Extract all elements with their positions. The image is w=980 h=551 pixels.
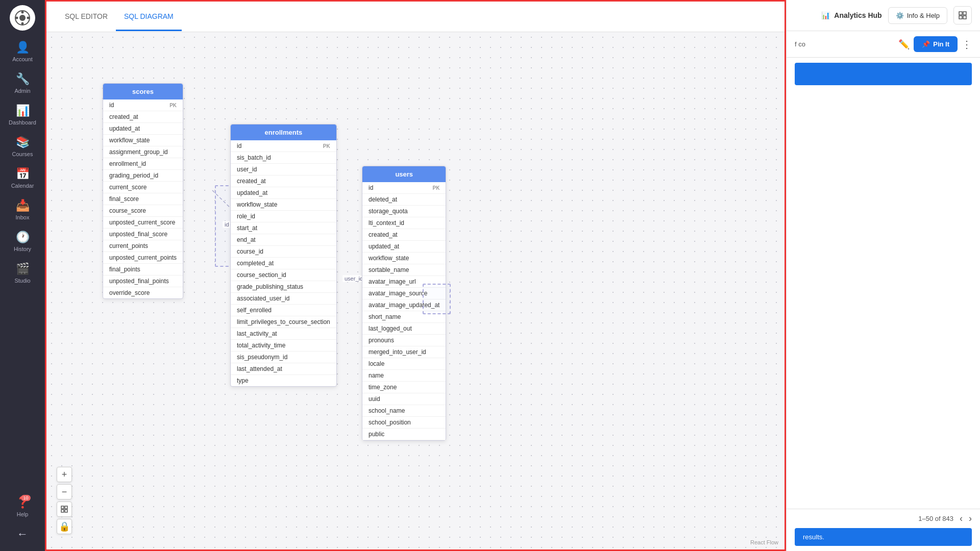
- courses-icon: 📚: [16, 136, 30, 149]
- zoom-out-button[interactable]: −: [57, 484, 72, 499]
- users-row-id: idPK: [362, 182, 446, 194]
- app-logo[interactable]: [10, 5, 35, 31]
- table-scores[interactable]: scores idPK created_at updated_at workfl…: [103, 83, 183, 299]
- sidebar-item-history[interactable]: 🕐 History: [0, 226, 45, 257]
- admin-icon: 🔧: [16, 72, 30, 86]
- info-help-button[interactable]: ⚙️ Info & Help: [888, 7, 947, 24]
- scores-row-id: idPK: [103, 99, 183, 111]
- svg-rect-11: [65, 510, 67, 512]
- more-options-button[interactable]: ⋮: [962, 38, 972, 51]
- zoom-lock-button[interactable]: 🔒: [57, 519, 72, 534]
- scores-row-course_score: course_score: [103, 205, 183, 217]
- enrollments-row-associated_user_id: associated_user_id: [231, 293, 336, 305]
- sidebar-item-account[interactable]: 👤 Account: [0, 36, 45, 67]
- blue-highlight-bar: [795, 63, 972, 85]
- enrollments-row-limit_privileges: limit_privileges_to_course_section: [231, 316, 336, 328]
- gear-icon: ⚙️: [896, 12, 904, 19]
- svg-rect-12: [959, 12, 962, 15]
- scores-row-assignment_group_id: assignment_group_id: [103, 146, 183, 158]
- enrollments-row-course_id: course_id: [231, 246, 336, 258]
- pin-icon: 📌: [922, 40, 930, 48]
- svg-rect-14: [959, 16, 962, 19]
- scores-row-unposted_final_score: unposted_final_score: [103, 229, 183, 240]
- svg-rect-15: [963, 16, 966, 19]
- users-row-sortable_name: sortable_name: [362, 264, 446, 276]
- sidebar-item-courses[interactable]: 📚 Courses: [0, 131, 45, 162]
- grid-icon-button[interactable]: [953, 6, 972, 24]
- calendar-icon: 📅: [16, 167, 30, 181]
- users-row-workflow_state: workflow_state: [362, 253, 446, 264]
- sidebar-collapse-btn[interactable]: ←: [0, 522, 45, 546]
- enrollments-row-total_activity_time: total_activity_time: [231, 340, 336, 352]
- sidebar-label-admin: Admin: [14, 88, 30, 94]
- sidebar-item-help[interactable]: ❓ 10 Help: [0, 491, 45, 522]
- diagram-canvas[interactable]: scores idPK created_at updated_at workfl…: [46, 32, 785, 549]
- sidebar-label-dashboard: Dashboard: [9, 119, 36, 126]
- enrollments-row-type: type: [231, 375, 336, 386]
- pencil-icon[interactable]: ✏️: [898, 39, 910, 50]
- help-badge-count: 10: [21, 495, 30, 501]
- scores-row-current_points: current_points: [103, 240, 183, 252]
- sidebar-label-courses: Courses: [12, 151, 33, 157]
- sidebar-label-help: Help: [17, 511, 29, 517]
- svg-rect-10: [61, 510, 64, 512]
- svg-point-1: [19, 15, 26, 21]
- table-enrollments[interactable]: enrollments idPK sis_batch_id user_id cr…: [230, 124, 337, 387]
- users-row-updated_at: updated_at: [362, 241, 446, 253]
- users-row-school_name: school_name: [362, 405, 446, 417]
- zoom-fit-button[interactable]: [57, 502, 72, 517]
- scores-row-override_score: override_score: [103, 287, 183, 298]
- scores-row-enrollment_id: enrollment_id: [103, 158, 183, 170]
- sidebar-item-dashboard[interactable]: 📊 Dashboard: [0, 99, 45, 131]
- enrollments-row-role_id: role_id: [231, 211, 336, 222]
- enrollments-row-last_attended_at: last_attended_at: [231, 363, 336, 375]
- zoom-in-button[interactable]: +: [57, 467, 72, 482]
- users-row-public: public: [362, 429, 446, 440]
- svg-point-4: [16, 17, 18, 19]
- analytics-hub-icon: 📊: [821, 11, 830, 19]
- analytics-hub-button[interactable]: 📊 Analytics Hub: [821, 11, 881, 19]
- users-row-uuid: uuid: [362, 393, 446, 405]
- sidebar-item-calendar[interactable]: 📅 Calendar: [0, 162, 45, 194]
- collapse-icon: ←: [17, 528, 28, 541]
- table-users[interactable]: users idPK deleted_at storage_quota lti_…: [362, 166, 446, 441]
- users-row-avatar_image_url: avatar_image_url: [362, 276, 446, 288]
- users-row-last_logged_out: last_logged_out: [362, 323, 446, 335]
- users-row-avatar_image_source: avatar_image_source: [362, 288, 446, 299]
- users-row-created_at: created_at: [362, 229, 446, 241]
- sidebar-item-studio[interactable]: 🎬 Studio: [0, 257, 45, 289]
- pagination-next-button[interactable]: ›: [969, 513, 972, 524]
- enrollments-row-grade_publishing_status: grade_publishing_status: [231, 281, 336, 293]
- pagination-text: 1–50 of 843: [918, 515, 953, 522]
- sidebar-item-admin[interactable]: 🔧 Admin: [0, 67, 45, 99]
- enrollments-header: enrollments: [231, 124, 336, 140]
- tab-sql-editor[interactable]: SQL EDITOR: [57, 3, 116, 31]
- scores-row-unposted_current_points: unposted_current_points: [103, 252, 183, 264]
- scores-row-final_points: final_points: [103, 264, 183, 276]
- right-panel: 📊 Analytics Hub ⚙️ Info & Help f co ✏️ 📌…: [786, 0, 980, 551]
- enrollments-row-sis_pseudonym_id: sis_pseudonym_id: [231, 352, 336, 363]
- svg-rect-13: [963, 12, 966, 15]
- enrollments-row-end_at: end_at: [231, 234, 336, 246]
- enrollments-row-workflow_state: workflow_state: [231, 199, 336, 211]
- zoom-controls: + − 🔒: [57, 467, 72, 534]
- scores-row-workflow_state: workflow_state: [103, 135, 183, 146]
- enrollments-row-last_activity_at: last_activity_at: [231, 328, 336, 340]
- users-row-pronouns: pronouns: [362, 335, 446, 346]
- pagination-prev-button[interactable]: ‹: [960, 513, 963, 524]
- enrollments-row-start_at: start_at: [231, 222, 336, 234]
- users-row-deleted_at: deleted_at: [362, 194, 446, 206]
- sidebar-item-inbox[interactable]: 📥 Inbox: [0, 194, 45, 226]
- pin-it-button[interactable]: 📌 Pin It: [914, 36, 958, 52]
- react-flow-label: React Flow: [750, 539, 778, 545]
- enrollments-row-course_section_id: course_section_id: [231, 269, 336, 281]
- sidebar-bottom: ❓ 10 Help ←: [0, 491, 45, 546]
- sidebar-label-calendar: Calendar: [11, 183, 34, 189]
- tab-sql-diagram[interactable]: SQL DIAGRAM: [116, 3, 182, 31]
- svg-rect-9: [65, 506, 67, 509]
- users-row-avatar_image_updated_at: avatar_image_updated_at: [362, 299, 446, 311]
- results-bar: results.: [795, 528, 972, 546]
- svg-point-2: [21, 11, 24, 14]
- users-row-merged_into_user_id: merged_into_user_id: [362, 346, 446, 358]
- account-icon: 👤: [16, 41, 30, 54]
